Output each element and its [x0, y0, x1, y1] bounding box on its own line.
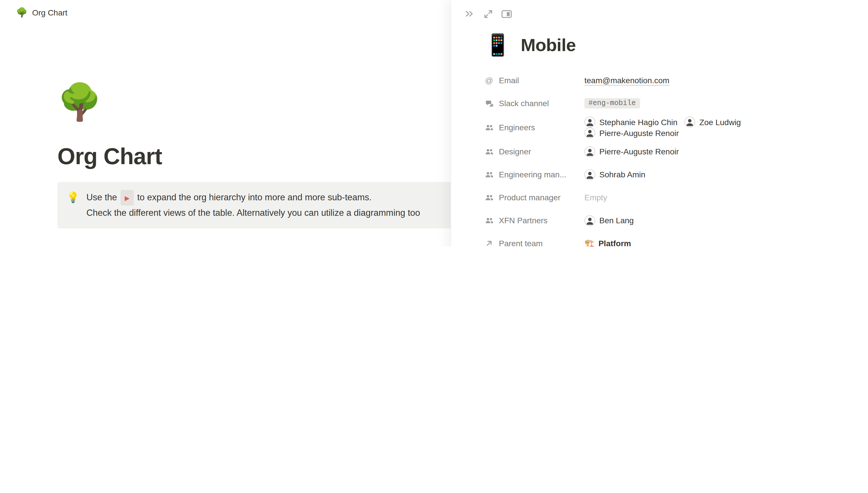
property-row-product-manager: Product manager Empty — [485, 188, 836, 207]
property-label-engineering-manager[interactable]: Engineering man... — [485, 170, 585, 179]
property-label-xfn-partners[interactable]: XFN Partners — [485, 216, 585, 225]
person-chip[interactable]: Sohrab Amin — [585, 169, 645, 180]
property-row-parent-team: Parent team 🏗️ Platform — [485, 234, 836, 246]
close-peek-double-chevron-icon[interactable] — [464, 8, 475, 20]
person-chip[interactable]: Pierre-Auguste Renoir — [585, 146, 679, 157]
avatar — [585, 146, 595, 157]
property-list: @ Email team@makenotion.com Slack channe… — [485, 70, 836, 246]
expand-page-icon[interactable] — [482, 8, 494, 20]
panel-controls — [451, 0, 868, 20]
people-icon — [485, 123, 494, 132]
page-tree-icon: 🌳 — [16, 8, 27, 17]
page-icon[interactable]: 🌳 — [58, 80, 101, 124]
property-row-email: @ Email team@makenotion.com — [485, 70, 836, 90]
empty-value: Empty — [585, 193, 607, 202]
callout-text: Use the ▶ to expand the org hierarchy in… — [86, 190, 420, 220]
avatar — [585, 169, 595, 180]
person-chip[interactable]: Zoe Ludwig — [684, 116, 741, 127]
panel-body: 📱 Mobile @ Email team@makenotion.com Sla… — [451, 35, 868, 246]
team-emoji: 🏗️ — [585, 238, 594, 246]
property-label-parent-team[interactable]: Parent team — [485, 239, 585, 246]
arrow-up-right-icon — [485, 239, 494, 246]
breadcrumb[interactable]: 🌳 Org Chart — [16, 8, 67, 17]
chat-icon — [485, 99, 494, 108]
slack-channel-tag: #eng-mobile — [585, 98, 640, 108]
person-chip[interactable]: Ben Lang — [585, 215, 634, 226]
parent-team-link[interactable]: 🏗️ Platform — [585, 238, 631, 246]
property-row-slack-channel: Slack channel #eng-mobile — [485, 93, 836, 113]
property-row-xfn-partners: XFN Partners Ben Lang — [485, 211, 836, 230]
breadcrumb-title: Org Chart — [32, 8, 67, 17]
toggle-example-chip: ▶ — [121, 190, 133, 206]
lightbulb-icon: 💡 — [67, 190, 80, 220]
avatar — [585, 116, 595, 127]
property-row-engineering-manager: Engineering man... Sohrab Amin — [485, 165, 836, 184]
avatar — [585, 127, 595, 138]
property-row-engineers: Engineers Stephanie Hagio Chin Zoe Ludwi… — [485, 116, 836, 138]
side-peek-mode-icon[interactable] — [501, 8, 512, 20]
panel-page-title: Mobile — [521, 35, 576, 56]
property-label-product-manager[interactable]: Product manager — [485, 193, 585, 202]
person-chip[interactable]: Pierre-Auguste Renoir — [585, 127, 679, 138]
avatar — [585, 215, 595, 226]
people-icon — [485, 147, 494, 156]
email-link[interactable]: team@makenotion.com — [585, 76, 669, 85]
property-row-designer: Designer Pierre-Auguste Renoir — [485, 142, 836, 161]
property-label-email[interactable]: @ Email — [485, 76, 585, 85]
property-label-slack-channel[interactable]: Slack channel — [485, 99, 585, 108]
panel-title-row: 📱 Mobile — [485, 35, 836, 56]
at-icon: @ — [485, 76, 494, 85]
mobile-phone-icon[interactable]: 📱 — [485, 35, 511, 56]
side-peek-panel: 📱 Mobile @ Email team@makenotion.com Sla… — [451, 0, 868, 246]
property-label-designer[interactable]: Designer — [485, 147, 585, 156]
person-chip[interactable]: Stephanie Hagio Chin — [585, 116, 677, 127]
property-label-engineers[interactable]: Engineers — [485, 123, 585, 132]
people-icon — [485, 216, 494, 225]
toggle-triangle-icon: ▶ — [125, 195, 129, 201]
people-icon — [485, 193, 494, 202]
avatar — [684, 116, 695, 127]
app-window: 🌳 Org Chart 🌳 Org Chart 💡 Use the ▶ to e… — [0, 0, 868, 246]
people-icon — [485, 170, 494, 179]
